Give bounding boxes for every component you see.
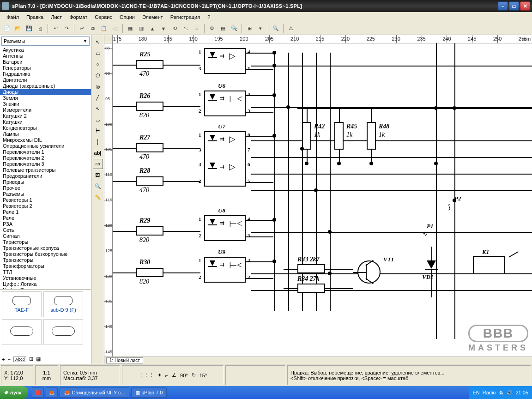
library-item[interactable]: Транзисторы безкорпусные xyxy=(0,251,91,257)
library-item[interactable]: Катушки 2 xyxy=(0,113,91,119)
quicklaunch-icon[interactable]: 🦊 xyxy=(46,387,58,398)
new-icon[interactable]: 📄 xyxy=(2,24,12,34)
menu-item[interactable]: Файл xyxy=(3,13,23,21)
rotate-icon[interactable]: ⟲ xyxy=(169,24,180,34)
library-item[interactable]: Переключатели 3 xyxy=(0,161,91,167)
tray-radio[interactable]: Radio xyxy=(483,390,496,395)
front-icon[interactable]: ▲ xyxy=(147,24,157,34)
menu-item[interactable]: Опции xyxy=(116,13,139,21)
library-item[interactable]: Цифр.: Логика xyxy=(0,281,91,287)
back-icon[interactable]: ▼ xyxy=(158,24,169,34)
zoom-icon[interactable]: 🔍 xyxy=(271,24,281,34)
node-tool[interactable]: ┼ xyxy=(93,137,103,147)
taskbar-task[interactable]: ▦sPlan 7.0 xyxy=(131,387,167,398)
ortho-icon[interactable]: ⌐ xyxy=(165,373,168,378)
collapse-icon[interactable]: − xyxy=(7,357,10,362)
start-button[interactable]: ❖пуск xyxy=(0,386,28,399)
schematic-canvas[interactable]: BBB MASTERS R25470R26820R27470R28470R298… xyxy=(113,43,532,357)
menu-item[interactable]: Правка xyxy=(23,13,47,21)
list-mode-icon[interactable]: ▦ xyxy=(36,356,41,362)
menu-item[interactable]: Элемент xyxy=(139,13,167,21)
grid-dd-icon[interactable]: ▾ xyxy=(255,24,266,34)
library-item[interactable]: Сеть xyxy=(0,227,91,233)
circle-tool[interactable]: ○ xyxy=(93,59,103,69)
symbol-item[interactable] xyxy=(43,319,83,345)
library-item[interactable]: Реле xyxy=(0,215,91,221)
library-item[interactable]: Антенны xyxy=(0,53,91,59)
library-item[interactable]: Лампы xyxy=(0,131,91,137)
library-item[interactable]: Земля xyxy=(0,95,91,101)
library-item[interactable]: Полевые транзисторы xyxy=(0,167,91,173)
library-item[interactable]: Катушки xyxy=(0,119,91,125)
symbol-item[interactable]: TAE-F xyxy=(2,291,42,317)
library-item[interactable]: ТТЛ xyxy=(0,269,91,275)
tray-net-icon[interactable]: 🖧 xyxy=(498,390,503,395)
zoom-tool[interactable]: 🔍 xyxy=(93,181,103,191)
library-item[interactable]: Двигатели xyxy=(0,77,91,83)
library-item[interactable]: Генераторы xyxy=(0,65,91,71)
library-item[interactable]: Транзисторные корпуса xyxy=(0,245,91,251)
special-tool[interactable]: ◎ xyxy=(93,81,103,91)
library-item[interactable]: Предохранители xyxy=(0,173,91,179)
library-item[interactable]: Операционные усилители xyxy=(0,143,91,149)
library-item[interactable]: Транзисторы xyxy=(0,257,91,263)
library-item[interactable]: Батареи xyxy=(0,59,91,65)
library-item[interactable]: Измерители xyxy=(0,107,91,113)
menu-item[interactable]: Сервис xyxy=(91,13,116,21)
library-item[interactable]: Реле 1 xyxy=(0,209,91,215)
align-icon[interactable]: ≡ xyxy=(192,24,202,34)
angle-icon[interactable]: ∠ xyxy=(172,372,176,378)
close-button[interactable]: ✕ xyxy=(520,1,530,11)
library-item[interactable]: Переключатели 2 xyxy=(0,155,91,161)
library-list[interactable]: АкустикаАнтенныБатареиГенераторыГидравли… xyxy=(0,47,91,289)
taskbar-task[interactable]: 🦊Самодельный ЧПУ с... xyxy=(60,387,129,398)
list-icon[interactable]: ▤ xyxy=(218,24,228,34)
library-item[interactable]: Резисторы 1 xyxy=(0,197,91,203)
wire-tool[interactable]: ⊢ xyxy=(93,126,103,136)
arc-tool[interactable]: ◡ xyxy=(93,115,103,125)
library-item[interactable]: Диоды xyxy=(0,89,91,95)
paste-icon[interactable]: 📋 xyxy=(99,24,109,34)
label-mode-icon[interactable]: Abcd xyxy=(13,357,27,362)
library-item[interactable]: Установочные xyxy=(0,275,91,281)
symbol-item[interactable] xyxy=(2,319,42,345)
component-icon[interactable]: ⚙ xyxy=(207,24,217,34)
group-icon[interactable]: ▦ xyxy=(125,24,135,34)
textbox-tool[interactable]: ab xyxy=(93,159,103,169)
pointer-tool[interactable]: ↖ xyxy=(93,37,103,47)
warn-icon[interactable]: ⚠ xyxy=(286,24,296,34)
redo-icon[interactable]: ↷ xyxy=(61,24,72,34)
symbol-item[interactable]: sub-D 9 (F) xyxy=(43,291,83,317)
library-item[interactable]: Гидравлика xyxy=(0,71,91,77)
grid-icon[interactable]: ⊞ xyxy=(244,24,254,34)
library-item[interactable]: Резисторы 2 xyxy=(0,203,91,209)
tray-vol-icon[interactable]: 🔊 xyxy=(506,390,513,396)
undo-icon[interactable]: ↶ xyxy=(50,24,60,34)
grid-dots-icon[interactable]: ⋮⋮⋮ xyxy=(139,372,154,378)
library-item[interactable]: Переключатели 1 xyxy=(0,149,91,155)
text-tool[interactable]: ab| xyxy=(93,148,103,158)
save-icon[interactable]: 💾 xyxy=(24,24,34,34)
library-item[interactable]: Микросхемы DIL xyxy=(0,137,91,143)
ungroup-icon[interactable]: ▥ xyxy=(136,24,146,34)
menu-item[interactable]: Регистрация xyxy=(167,13,204,21)
library-item[interactable]: Прочее xyxy=(0,185,91,191)
snap-icon[interactable]: ✦ xyxy=(157,372,162,378)
search-icon[interactable]: 🔍̶ xyxy=(229,24,239,34)
library-item[interactable]: РЗА xyxy=(0,221,91,227)
menu-item[interactable]: Формат xyxy=(66,13,91,21)
line-tool[interactable]: ╱ xyxy=(93,92,103,103)
library-item[interactable]: Значки xyxy=(0,101,91,107)
grid-mode-icon[interactable]: ⊞ xyxy=(29,356,33,362)
tray-lang[interactable]: EN xyxy=(472,390,479,395)
quicklaunch-icon[interactable]: 🟥 xyxy=(32,387,44,398)
library-item[interactable]: Сигнал xyxy=(0,233,91,239)
cut-icon[interactable]: ✂ xyxy=(77,24,87,34)
rotate-step-icon[interactable]: ↻ xyxy=(192,372,196,378)
curve-tool[interactable]: ∿ xyxy=(93,103,103,114)
poly-tool[interactable]: ⬠ xyxy=(93,70,103,80)
paste2-icon[interactable]: ×2 xyxy=(110,24,120,34)
menu-item[interactable]: Лист xyxy=(47,13,66,21)
library-item[interactable]: Тиристоры xyxy=(0,239,91,245)
copy-icon[interactable]: ⧉ xyxy=(88,24,98,34)
